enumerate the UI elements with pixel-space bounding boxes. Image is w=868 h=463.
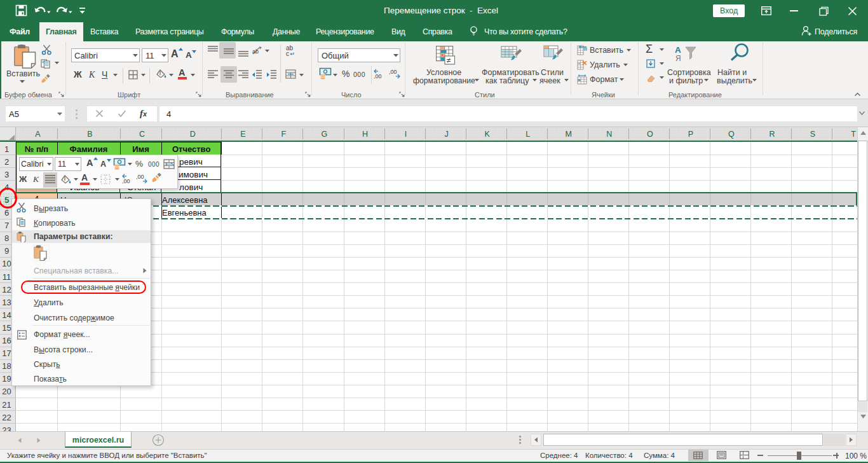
svg-text:ab: ab: [252, 48, 259, 55]
svg-text:≠: ≠: [447, 56, 451, 65]
svg-text:c: c: [286, 50, 289, 57]
svg-text:,00: ,00: [122, 178, 130, 184]
svg-text:,00: ,00: [389, 69, 397, 75]
svg-text:,00: ,00: [136, 174, 144, 180]
svg-text:,00: ,00: [374, 73, 382, 79]
svg-text:Я: Я: [675, 54, 681, 62]
svg-text:А: А: [675, 45, 681, 55]
